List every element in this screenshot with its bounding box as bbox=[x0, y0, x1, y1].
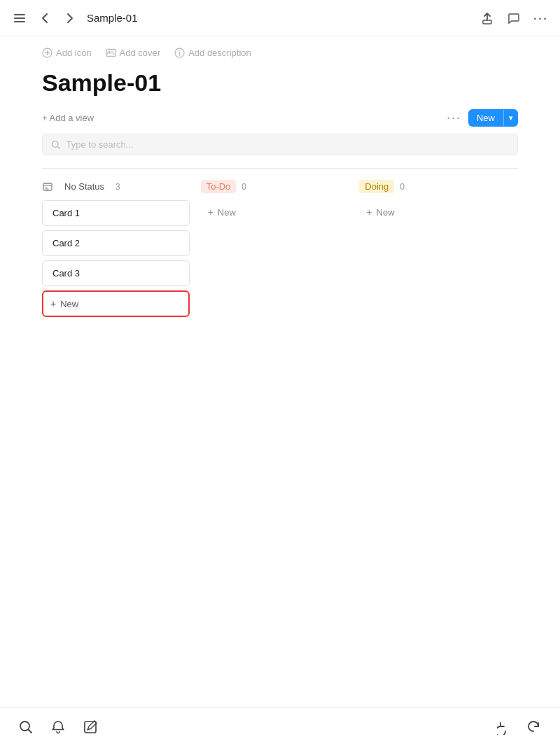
new-card-button-no-status[interactable]: + New bbox=[42, 290, 190, 317]
comment-icon[interactable] bbox=[505, 10, 522, 27]
top-nav: Sample-01 ··· bbox=[0, 0, 560, 36]
card-3[interactable]: Card 3 bbox=[42, 260, 190, 286]
new-card-button-doing[interactable]: + New bbox=[359, 200, 507, 224]
no-status-label: No Status bbox=[59, 180, 110, 193]
new-card-button-todo[interactable]: + New bbox=[201, 200, 349, 224]
new-btn-chevron-icon[interactable]: ▾ bbox=[503, 110, 518, 126]
add-icon-svg bbox=[42, 48, 52, 58]
doing-count: 0 bbox=[400, 182, 405, 192]
no-status-count: 3 bbox=[115, 182, 120, 192]
plus-icon-todo: + bbox=[208, 206, 214, 218]
bottom-bar-left bbox=[17, 718, 99, 736]
toolbar-row: Add icon Add cover Add description bbox=[42, 48, 518, 58]
add-cover-button[interactable]: Add cover bbox=[106, 48, 161, 58]
svg-rect-3 bbox=[483, 20, 491, 24]
bell-bottom-icon[interactable] bbox=[49, 718, 67, 736]
search-bar bbox=[42, 134, 518, 155]
card-1[interactable]: Card 1 bbox=[42, 200, 190, 226]
menu-icon[interactable] bbox=[11, 10, 28, 27]
column-todo: To-Do 0 + New bbox=[201, 180, 360, 224]
view-row-right: ··· New ▾ bbox=[447, 109, 518, 127]
forward-button[interactable] bbox=[62, 10, 78, 27]
view-row: + Add a view ··· New ▾ bbox=[42, 109, 518, 127]
svg-rect-12 bbox=[85, 722, 96, 733]
add-icon-button[interactable]: Add icon bbox=[42, 48, 92, 58]
svg-rect-2 bbox=[14, 21, 25, 22]
column-todo-header: To-Do 0 bbox=[201, 180, 349, 193]
nav-page-title: Sample-01 bbox=[87, 12, 138, 24]
kanban-area: No Status 3 Card 1 Card 2 Card 3 + New T… bbox=[42, 168, 518, 317]
more-options-icon[interactable]: ··· bbox=[532, 10, 549, 27]
new-record-button[interactable]: New ▾ bbox=[468, 109, 518, 127]
image-icon bbox=[106, 48, 116, 58]
plus-icon: + bbox=[50, 298, 56, 309]
svg-rect-1 bbox=[14, 17, 25, 19]
add-view-button[interactable]: + Add a view bbox=[42, 113, 94, 123]
column-no-status: No Status 3 Card 1 Card 2 Card 3 + New bbox=[42, 180, 201, 317]
search-icon bbox=[51, 140, 61, 150]
bottom-bar bbox=[0, 707, 560, 746]
column-no-status-header: No Status 3 bbox=[42, 180, 190, 193]
top-nav-left: Sample-01 bbox=[11, 10, 138, 27]
column-doing-header: Doing 0 bbox=[359, 180, 507, 193]
card-2[interactable]: Card 2 bbox=[42, 230, 190, 256]
page-heading: Sample-01 bbox=[42, 69, 518, 97]
add-description-button[interactable]: Add description bbox=[174, 48, 251, 58]
share-icon[interactable] bbox=[479, 10, 496, 27]
back-button[interactable] bbox=[36, 10, 53, 27]
top-nav-right: ··· bbox=[479, 10, 549, 27]
search-input[interactable] bbox=[66, 139, 509, 150]
redo-bottom-icon[interactable] bbox=[525, 718, 543, 736]
edit-bottom-icon[interactable] bbox=[81, 718, 99, 736]
column-doing: Doing 0 + New bbox=[359, 180, 518, 224]
info-icon bbox=[174, 48, 185, 58]
svg-rect-0 bbox=[14, 14, 25, 15]
undo-bottom-icon[interactable] bbox=[496, 718, 514, 736]
view-more-options[interactable]: ··· bbox=[447, 111, 461, 125]
search-bottom-icon[interactable] bbox=[17, 718, 35, 736]
main-content: Add icon Add cover Add description Sampl… bbox=[0, 36, 560, 331]
todo-count: 0 bbox=[241, 182, 246, 192]
plus-icon-doing: + bbox=[366, 206, 372, 218]
todo-label: To-Do bbox=[201, 180, 237, 193]
bottom-bar-right bbox=[496, 718, 543, 736]
no-status-icon bbox=[42, 181, 53, 192]
svg-point-8 bbox=[179, 50, 180, 51]
doing-label: Doing bbox=[359, 180, 394, 193]
